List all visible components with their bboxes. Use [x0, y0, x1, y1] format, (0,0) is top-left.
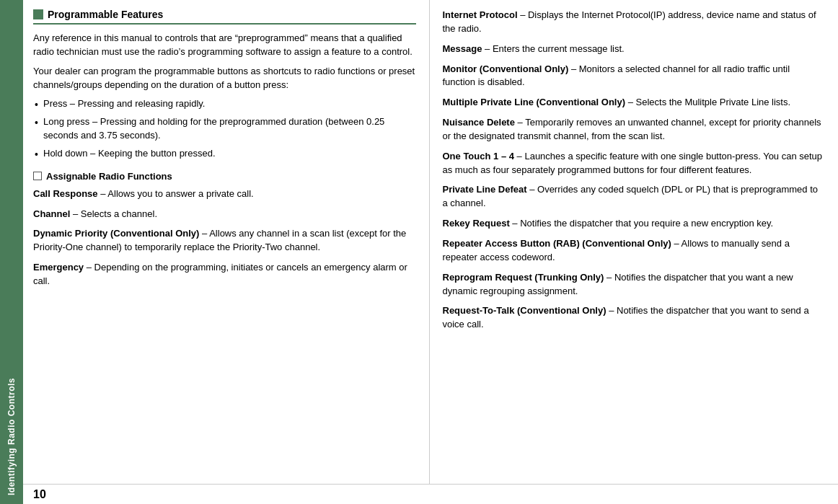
entry-nuisance-delete: Nuisance Delete – Temporarily removes an…	[443, 116, 826, 143]
entry-repeater-access: Repeater Access Button (RAB) (Convention…	[443, 237, 826, 265]
dash: –	[98, 188, 108, 199]
term: Request-To-Talk (Conventional Only)	[443, 305, 607, 316]
dash: –	[607, 305, 617, 316]
entry-multiple-private-line: Multiple Private Line (Conventional Only…	[443, 96, 826, 110]
entry-call-response: Call Response – Allows you to answer a p…	[33, 187, 416, 201]
intro-para-1: Any reference in this manual to controls…	[33, 32, 416, 59]
section-title: Programmable Features	[48, 9, 163, 20]
columns: Programmable Features Any reference in t…	[23, 0, 838, 484]
term: Reprogram Request (Trunking Only)	[443, 272, 604, 283]
term: Multiple Private Line (Conventional Only…	[443, 97, 626, 107]
term: Internet Protocol	[443, 9, 518, 20]
dash: –	[604, 272, 614, 283]
entry-monitor: Monitor (Conventional Only) – Monitors a…	[443, 63, 826, 90]
sidebar: Identifying Radio Controls	[0, 0, 23, 504]
entry-request-to-talk: Request-To-Talk (Conventional Only) – No…	[443, 304, 826, 332]
sub-heading: Assignable Radio Functions	[33, 171, 416, 182]
term: Repeater Access Button (RAB) (Convention…	[443, 238, 671, 249]
term: One Touch 1 – 4	[443, 151, 514, 162]
dash: –	[568, 63, 578, 74]
page-number: 10	[33, 488, 46, 501]
bullet-item: Press – Pressing and releasing rapidly.	[33, 97, 416, 111]
bottom-bar: 10	[23, 484, 838, 504]
entry-one-touch: One Touch 1 – 4 – Launches a specific fe…	[443, 150, 826, 177]
left-column: Programmable Features Any reference in t…	[23, 0, 430, 484]
dash: –	[671, 238, 682, 249]
desc: Selects the Mulitple Private Line lists.	[636, 97, 791, 107]
term: Message	[443, 43, 482, 54]
bullet-item: Hold down – Keeping the button pressed.	[33, 147, 416, 161]
section-heading: Programmable Features	[33, 9, 416, 25]
entry-rekey-request: Rekey Request – Notifies the dispatcher …	[443, 217, 826, 231]
desc: Enters the current message list.	[493, 43, 625, 54]
dash: –	[625, 97, 635, 107]
term: Nuisance Delete	[443, 117, 515, 128]
desc: Allows you to answer a private call.	[107, 188, 253, 199]
dash: –	[510, 218, 520, 229]
dash: –	[70, 208, 80, 219]
dash: –	[199, 228, 209, 239]
sub-heading-icon	[33, 172, 42, 180]
entry-dynamic-priority: Dynamic Priority (Conventional Only) – A…	[33, 227, 416, 255]
entry-private-line-defeat: Private Line Defeat – Overrides any code…	[443, 183, 826, 211]
term: Monitor (Conventional Only)	[443, 63, 569, 74]
term: Rekey Request	[443, 218, 510, 229]
desc: Selects a channel.	[81, 208, 157, 219]
dash: –	[515, 117, 525, 128]
term: Dynamic Priority (Conventional Only)	[33, 228, 199, 239]
sidebar-label: Identifying Radio Controls	[6, 378, 17, 495]
dash: –	[518, 9, 528, 20]
entry-emergency: Emergency – Depending on the programming…	[33, 261, 416, 288]
dash: –	[527, 184, 537, 195]
bullet-item: Long press – Pressing and holding for th…	[33, 115, 416, 143]
desc: Notifies the dispatcher that you require…	[520, 218, 773, 229]
term: Channel	[33, 208, 70, 219]
dash: –	[84, 262, 94, 273]
section-heading-icon	[33, 9, 43, 19]
main-content: Programmable Features Any reference in t…	[23, 0, 838, 504]
sub-title: Assignable Radio Functions	[46, 171, 172, 182]
entry-channel: Channel – Selects a channel.	[33, 208, 416, 221]
entry-internet-protocol: Internet Protocol – Displays the Interne…	[443, 9, 826, 36]
dash: –	[514, 151, 524, 162]
term: Private Line Defeat	[443, 184, 527, 195]
entry-reprogram-request: Reprogram Request (Trunking Only) – Noti…	[443, 271, 826, 299]
right-column: Internet Protocol – Displays the Interne…	[430, 0, 839, 484]
entry-message: Message – Enters the current message lis…	[443, 43, 826, 56]
intro-para-2: Your dealer can program the programmable…	[33, 65, 416, 92]
bullet-list: Press – Pressing and releasing rapidly. …	[33, 97, 416, 160]
term: Emergency	[33, 262, 84, 273]
term: Call Response	[33, 188, 98, 199]
dash: –	[482, 43, 492, 54]
